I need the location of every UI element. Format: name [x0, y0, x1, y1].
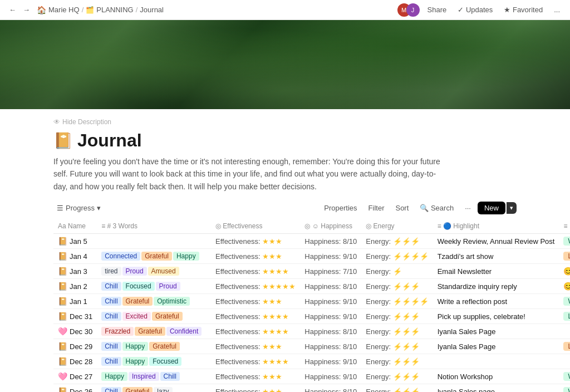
table-row[interactable]: 🩷 Dec 27HappyInspiredChillEffectiveness:… — [53, 369, 570, 384]
tag[interactable]: Proud — [122, 267, 147, 276]
cell-energy-8: Energy: ⚡⚡⚡ — [361, 354, 433, 369]
breadcrumb-journal[interactable]: Journal — [140, 6, 164, 14]
tag[interactable]: Chill — [101, 387, 121, 392]
breadcrumb: 🏠 Marie HQ / 🗂️ PLANNING / Journal — [37, 6, 393, 14]
tag[interactable]: Inspired — [129, 372, 159, 381]
tag[interactable]: Happy — [122, 357, 149, 366]
view-selector[interactable]: ☰ Progress ▾ — [53, 202, 104, 214]
filter-button[interactable]: Filter — [364, 202, 389, 214]
cell-exercise-0: Walk with Ben — [559, 234, 570, 249]
tag[interactable]: tired — [101, 267, 121, 276]
table-row[interactable]: 📔 Jan 2ChillFocusedProudEffectiveness: ★… — [53, 279, 570, 294]
tag[interactable]: Grateful — [122, 387, 153, 392]
new-button[interactable]: New — [478, 202, 505, 214]
exercise-tag[interactable]: Walk with Ben — [563, 372, 570, 381]
exercise-tag[interactable]: Walk with Ben — [563, 237, 570, 246]
table-row[interactable]: 📔 Dec 26ChillGratefullazyEffectiveness: … — [53, 384, 570, 392]
tag[interactable]: Focused — [122, 282, 155, 291]
exercise-tag[interactable]: Walk with Ben — [563, 387, 570, 392]
tag[interactable]: Grateful — [152, 312, 183, 321]
cell-exercise-6 — [559, 324, 570, 339]
cell-exercise-5: Light walk — [559, 309, 570, 324]
exercise-tag[interactable]: Left the house — [563, 342, 570, 351]
cell-name-1: 📔 Jan 4 — [53, 249, 97, 264]
tag[interactable]: Focused — [149, 357, 181, 366]
tag[interactable]: Chill — [101, 312, 121, 321]
cell-highlight-4: Write a reflection post — [433, 294, 559, 309]
table-row[interactable]: 📔 Jan 1ChillGratefulOptimisticEffectiven… — [53, 294, 570, 309]
forward-button[interactable]: → — [21, 4, 32, 15]
sort-button[interactable]: Sort — [391, 202, 413, 214]
cell-highlight-6: Iyanla Sales Page — [433, 324, 559, 339]
cell-effectiveness-3: Effectiveness: ★★★★★ — [211, 279, 300, 294]
favorited-button[interactable]: ★ Favorited — [500, 4, 546, 15]
tag[interactable]: Happy — [173, 252, 199, 261]
tag[interactable]: Chill — [101, 282, 121, 291]
table-row[interactable]: 📔 Dec 29ChillHappyGratefulEffectiveness:… — [53, 339, 570, 354]
more-options-button[interactable]: ··· — [460, 202, 475, 214]
row-icon: 📔 — [58, 357, 67, 366]
table-row[interactable]: 📔 Jan 4ConnectedGratefulHappyEffectivene… — [53, 249, 570, 264]
cell-name-9: 🩷 Dec 27 — [53, 369, 97, 384]
tag[interactable]: lazy — [154, 387, 172, 392]
tag[interactable]: Confident — [166, 327, 202, 336]
tag[interactable]: Happy — [122, 342, 149, 351]
progress-icon: ☰ — [57, 204, 63, 212]
cell-exercise-9: Walk with Ben — [559, 369, 570, 384]
col-energy: ◎ Energy — [361, 219, 433, 234]
topbar-actions: M J Share ✓ Updates ★ Favorited ... — [397, 3, 563, 17]
table-row[interactable]: 📔 Dec 31ChillExcitedGratefulEffectivenes… — [53, 309, 570, 324]
cell-highlight-0: Weekly Review, Annual Review Post — [433, 234, 559, 249]
table-row[interactable]: 🩷 Dec 30FrazzledGratefulConfidentEffecti… — [53, 324, 570, 339]
exercise-tag[interactable]: Left the house — [563, 252, 570, 261]
tag[interactable]: Grateful — [122, 297, 153, 306]
cell-tags-0 — [97, 234, 211, 249]
more-button[interactable]: ... — [551, 4, 563, 15]
cell-energy-7: Energy: ⚡⚡⚡ — [361, 339, 433, 354]
tag[interactable]: Connected — [101, 252, 140, 261]
cell-effectiveness-5: Effectiveness: ★★★★ — [211, 309, 300, 324]
tag[interactable]: Optimistic — [154, 297, 190, 306]
back-button[interactable]: ← — [7, 4, 18, 15]
share-button[interactable]: Share — [424, 4, 450, 15]
col-highlight: ≡ 🔵 Highlight — [433, 219, 559, 234]
breadcrumb-workspace[interactable]: 🏠 Marie HQ — [37, 6, 80, 14]
tag[interactable]: Grateful — [141, 252, 172, 261]
cell-name-6: 🩷 Dec 30 — [53, 324, 97, 339]
breadcrumb-planning[interactable]: 🗂️ PLANNING — [86, 6, 133, 14]
cell-tags-8: ChillHappyFocused — [97, 354, 211, 369]
tag[interactable]: Amused — [148, 267, 179, 276]
cell-tags-3: ChillFocusedProud — [97, 279, 211, 294]
tag[interactable]: Chill — [101, 357, 121, 366]
cell-tags-2: tiredProudAmused — [97, 264, 211, 279]
tag[interactable]: Excited — [122, 312, 151, 321]
topbar: ← → 🏠 Marie HQ / 🗂️ PLANNING / Journal M… — [0, 0, 570, 20]
hero-image — [0, 20, 570, 109]
updates-button[interactable]: ✓ Updates — [454, 4, 496, 15]
avatar-group: M J — [397, 3, 420, 17]
cell-tags-10: ChillGratefullazy — [97, 384, 211, 392]
search-button[interactable]: 🔍 Search — [415, 202, 458, 214]
cell-tags-7: ChillHappyGrateful — [97, 339, 211, 354]
tag[interactable]: Frazzled — [101, 327, 134, 336]
hide-description-button[interactable]: 👁 Hide Description — [53, 118, 517, 126]
table-row[interactable]: 📔 Jan 3tiredProudAmusedEffectiveness: ★★… — [53, 264, 570, 279]
properties-button[interactable]: Properties — [320, 202, 361, 214]
tag[interactable]: Chill — [101, 342, 121, 351]
row-icon: 📔 — [58, 282, 67, 291]
tag[interactable]: Proud — [156, 282, 180, 291]
table-row[interactable]: 📔 Dec 28ChillHappyFocusedEffectiveness: … — [53, 354, 570, 369]
cell-happiness-2: Happiness: 7/10 — [300, 264, 361, 279]
new-dropdown-button[interactable]: ▾ — [507, 202, 517, 214]
tag[interactable]: Grateful — [135, 327, 165, 336]
exercise-tag[interactable]: Walk with Ben — [563, 297, 570, 306]
col-name: Aa Name — [53, 219, 97, 234]
tag[interactable]: Grateful — [149, 342, 180, 351]
cell-highlight-9: Notion Workshop — [433, 369, 559, 384]
table-row[interactable]: 📔 Jan 5Effectiveness: ★★★Happiness: 8/10… — [53, 234, 570, 249]
cell-energy-5: Energy: ⚡⚡⚡ — [361, 309, 433, 324]
tag[interactable]: Chill — [101, 297, 121, 306]
tag[interactable]: Happy — [101, 372, 127, 381]
tag[interactable]: Chill — [160, 372, 180, 381]
exercise-tag[interactable]: Light walk — [563, 312, 570, 321]
